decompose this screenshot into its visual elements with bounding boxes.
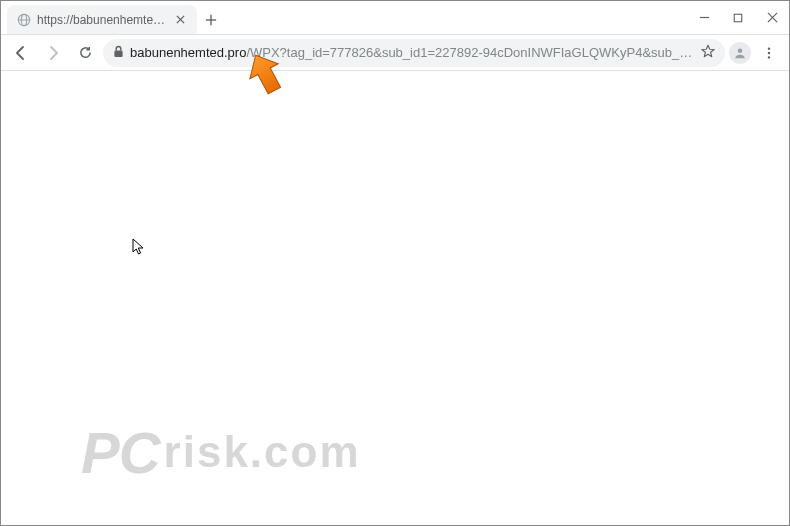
mouse-cursor-icon [132, 238, 146, 260]
url-text: babunenhemted.pro/WPX?tag_id=777826&sub_… [130, 45, 695, 60]
new-tab-button[interactable] [197, 5, 225, 34]
browser-tab[interactable]: https://babunenhemted.pro/WPX [7, 5, 197, 34]
pointer-arrow-annotation [245, 51, 287, 101]
svg-rect-11 [114, 50, 122, 56]
lock-icon [113, 44, 124, 62]
url-host: babunenhemted.pro [130, 45, 246, 60]
forward-button[interactable] [39, 39, 67, 67]
profile-avatar[interactable] [729, 42, 751, 64]
watermark-c: C [119, 419, 160, 486]
url-path: /WPX?tag_id=777826&sub_id1=227892-94cDon… [246, 45, 695, 60]
menu-button[interactable] [755, 39, 783, 67]
window-controls [687, 1, 789, 34]
watermark-rest: risk.com [164, 427, 361, 476]
maximize-button[interactable] [721, 4, 755, 32]
reload-button[interactable] [71, 39, 99, 67]
bookmark-star-icon[interactable] [701, 44, 715, 62]
minimize-button[interactable] [687, 4, 721, 32]
svg-point-13 [768, 47, 770, 49]
svg-rect-8 [734, 14, 742, 22]
svg-point-15 [768, 56, 770, 58]
back-button[interactable] [7, 39, 35, 67]
svg-point-14 [768, 51, 770, 53]
close-tab-icon[interactable] [173, 13, 187, 27]
address-bar[interactable]: babunenhemted.pro/WPX?tag_id=777826&sub_… [103, 39, 725, 67]
svg-point-12 [738, 48, 743, 53]
watermark-p: P [81, 419, 119, 486]
watermark: PCrisk.com [81, 419, 361, 487]
window-titlebar: https://babunenhemted.pro/WPX [1, 1, 789, 35]
close-window-button[interactable] [755, 4, 789, 32]
titlebar-drag-area [225, 1, 687, 34]
browser-toolbar: babunenhemted.pro/WPX?tag_id=777826&sub_… [1, 35, 789, 71]
globe-icon [17, 13, 31, 27]
tab-title: https://babunenhemted.pro/WPX [37, 13, 167, 27]
